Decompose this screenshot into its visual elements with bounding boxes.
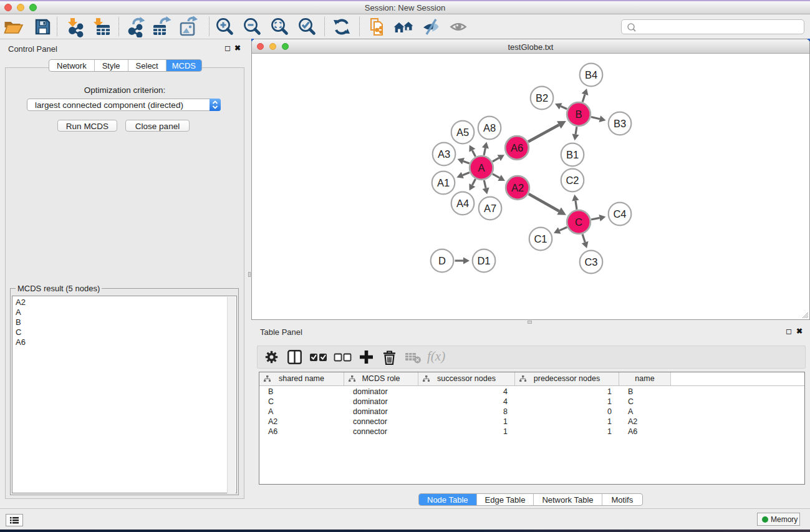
svg-text:C4: C4 [613,208,626,220]
svg-text:C3: C3 [584,256,597,268]
svg-text:A6: A6 [511,142,523,153]
svg-text:A3: A3 [438,148,450,160]
svg-text:B1: B1 [566,149,579,160]
svg-text:A2: A2 [511,182,524,193]
svg-text:C1: C1 [534,233,547,244]
svg-text:A5: A5 [456,127,469,138]
svg-text:D1: D1 [477,255,490,266]
svg-text:D: D [438,255,446,266]
svg-text:B3: B3 [614,118,626,129]
svg-text:B4: B4 [585,69,597,80]
svg-text:C2: C2 [566,175,579,186]
svg-text:A: A [478,162,485,173]
svg-text:A1: A1 [437,177,450,188]
svg-text:B2: B2 [536,92,548,104]
svg-text:A8: A8 [483,122,496,133]
svg-text:B: B [575,109,582,120]
svg-text:C: C [575,216,582,228]
svg-text:A7: A7 [484,203,496,214]
svg-text:A4: A4 [456,198,469,209]
